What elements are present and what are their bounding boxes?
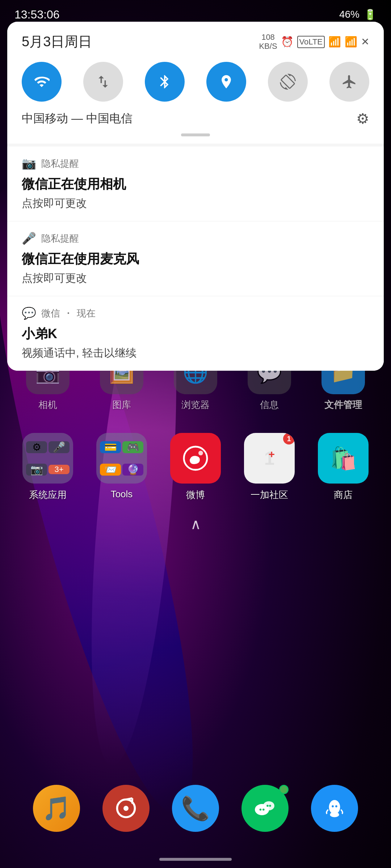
wechat-notif-source: 微信: [41, 307, 60, 320]
app-weibo-label: 微博: [186, 489, 205, 501]
folder-tools-label: Tools: [111, 489, 133, 500]
bluetooth-toggle[interactable]: [145, 62, 185, 102]
location-toggle[interactable]: [206, 62, 246, 102]
camera-notif-body: 点按即可更改: [22, 196, 369, 211]
signal-icon: 📶: [345, 36, 357, 48]
app-wechat[interactable]: [241, 785, 289, 832]
notifications-area: 📷 隐私提醒 微信正在使用相机 点按即可更改 🎤 隐私提醒 微信正在使用麦克风 …: [7, 146, 384, 371]
battery-icon: 🔋: [364, 9, 377, 21]
notif-header-wechat: 💬 微信 • 现在: [22, 306, 369, 320]
wifi-toggle[interactable]: [22, 62, 62, 102]
wechat-notif-body: 视频通话中, 轻击以继续: [22, 346, 369, 361]
quick-settings: 5月3日周日 108KB/S ⏰ VoLTE 📶 📶 ✕: [7, 22, 384, 144]
page-indicator: ∧: [0, 509, 391, 540]
svg-point-1: [198, 451, 203, 455]
app-netease-music[interactable]: [102, 785, 150, 832]
wechat-icon: 💬: [22, 306, 36, 320]
app-weibo[interactable]: 微博: [170, 433, 221, 501]
app-music-player[interactable]: 🎵: [33, 785, 80, 832]
wechat-notif-time: 现在: [77, 307, 96, 320]
drag-handle: [181, 133, 210, 136]
notification-panel: 5月3日周日 108KB/S ⏰ VoLTE 📶 📶 ✕: [7, 22, 384, 371]
home-indicator[interactable]: [159, 858, 232, 861]
app-store-label: 商店: [334, 489, 353, 501]
qs-toggles: [22, 62, 369, 102]
camera-notif-title: 微信正在使用相机: [22, 175, 369, 193]
airplane-toggle[interactable]: [329, 62, 369, 102]
status-bar-right: 46% 🔋: [339, 9, 377, 21]
svg-point-9: [262, 809, 265, 811]
bottom-dock: 🎵 📞: [0, 785, 391, 832]
mic-icon: 🎤: [22, 231, 36, 245]
svg-point-13: [330, 812, 339, 817]
wechat-call-notification[interactable]: 💬 微信 • 现在 小弟K 视频通话中, 轻击以继续: [7, 296, 384, 371]
svg-point-8: [260, 809, 262, 811]
folder-system-apps-label: 系统应用: [29, 489, 67, 501]
rotation-toggle[interactable]: [268, 62, 308, 102]
svg-line-4: [126, 798, 133, 800]
app-camera-label: 相机: [38, 399, 57, 411]
app-store[interactable]: 🛍️ 商店: [318, 433, 369, 501]
wechat-notif-title: 小弟K: [22, 325, 369, 343]
notif-header-camera: 📷 隐私提醒: [22, 157, 369, 170]
status-bar: 13:53:06 46% 🔋: [0, 0, 391, 29]
qs-date: 5月3日周日: [22, 33, 92, 51]
app-qq[interactable]: [311, 785, 358, 832]
notif-separator: •: [67, 310, 70, 316]
svg-point-7: [263, 801, 274, 810]
folder-tools[interactable]: 💳 🎮 📨 🔮 Tools: [96, 433, 147, 501]
svg-point-3: [123, 806, 129, 811]
qs-network: 中国移动 — 中国电信 ⚙: [22, 110, 369, 131]
camera-notif-source: 隐私提醒: [41, 157, 79, 170]
app-filemanager-label: 文件管理: [324, 399, 362, 411]
battery-percent: 46%: [339, 9, 360, 20]
svg-point-15: [335, 805, 337, 808]
wifi-status-icon: 📶: [328, 36, 341, 48]
alarm-icon: ⏰: [281, 36, 294, 48]
folder-system-apps[interactable]: ⚙ 🎤 📷 3+ 系统应用: [22, 433, 73, 501]
page-up-arrow[interactable]: ∧: [190, 516, 201, 532]
volte-icon: VoLTE: [297, 36, 325, 48]
no-signal-icon: ✕: [361, 36, 369, 48]
app-gallery-label: 图库: [112, 399, 131, 411]
svg-point-11: [269, 805, 271, 807]
mic-notif-title: 微信正在使用麦克风: [22, 250, 369, 268]
camera-privacy-notification[interactable]: 📷 隐私提醒 微信正在使用相机 点按即可更改: [7, 146, 384, 221]
mic-privacy-notification[interactable]: 🎤 隐私提醒 微信正在使用麦克风 点按即可更改: [7, 221, 384, 296]
data-toggle[interactable]: [83, 62, 123, 102]
qs-header: 5月3日周日 108KB/S ⏰ VoLTE 📶 📶 ✕: [22, 33, 369, 51]
mic-notif-body: 点按即可更改: [22, 271, 369, 286]
app-oneplus-label: 一加社区: [251, 489, 288, 501]
app-messages-label: 信息: [260, 399, 279, 411]
svg-point-10: [266, 805, 269, 807]
network-speed: 108KB/S: [259, 33, 277, 50]
notif-header-mic: 🎤 隐私提醒: [22, 231, 369, 245]
app-phone[interactable]: 📞: [172, 785, 219, 832]
settings-icon[interactable]: ⚙: [356, 110, 369, 127]
time-display: 13:53:06: [14, 8, 60, 21]
qs-status-icons: 108KB/S ⏰ VoLTE 📶 📶 ✕: [259, 33, 369, 50]
app-oneplus-community[interactable]: 1 + 1 一加社区: [244, 433, 295, 501]
svg-point-12: [329, 800, 340, 814]
camera-icon: 📷: [22, 157, 36, 170]
app-browser-label: 浏览器: [181, 399, 210, 411]
mic-notif-source: 隐私提醒: [41, 232, 79, 245]
svg-point-14: [332, 805, 334, 808]
homescreen: 📷 相机 🖼️ 图库 🌐 浏览器 💬 信息 📁 文件管理 ⚙ 🎤 📷: [0, 347, 391, 868]
folder-row: ⚙ 🎤 📷 3+ 系统应用 💳 🎮 📨 🔮 Tools: [0, 418, 391, 509]
network-label: 中国移动 — 中国电信: [22, 111, 133, 127]
